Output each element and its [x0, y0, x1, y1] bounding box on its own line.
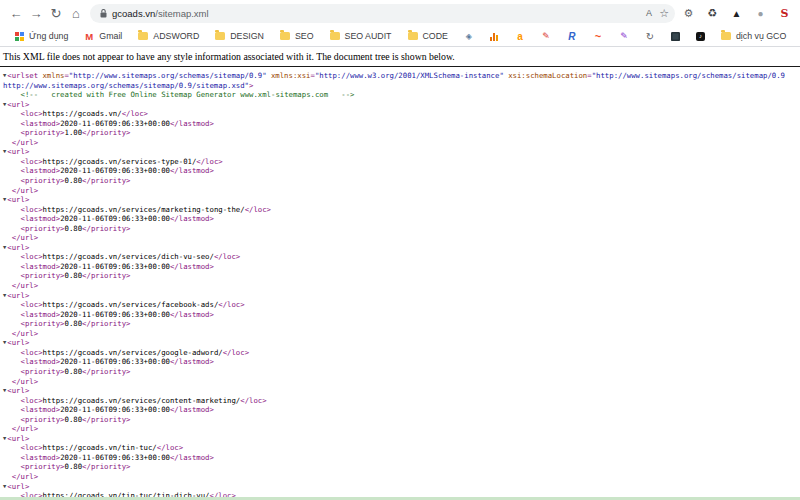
xml-priority-value: 0.80	[65, 462, 83, 471]
xml-url-close: </url>	[3, 424, 800, 434]
xml-priority-line: <priority>0.80</priority>	[3, 224, 800, 234]
collapse-arrow[interactable]: ▼	[3, 483, 6, 489]
xml-loc-line: <loc>https://gcoads.vn/tin-tuc/</loc>	[3, 443, 800, 453]
xml-priority-value: 0.80	[65, 415, 83, 424]
bookmark-tiktok[interactable]: ♪	[689, 30, 712, 43]
xml-loc-value: https://gcoads.vn/services/content-marke…	[43, 396, 241, 405]
bookmark-swoosh[interactable]: ~	[586, 29, 610, 43]
folder-icon	[138, 32, 148, 40]
home-button[interactable]: ⌂	[66, 3, 86, 23]
collapse-arrow[interactable]: ▼	[3, 196, 6, 202]
xml-lastmod-line: <lastmod>2020-11-06T09:06:33+00:00</last…	[3, 357, 800, 367]
forward-button[interactable]: →	[26, 3, 46, 23]
bookmark-amazon[interactable]: a	[508, 29, 532, 43]
pen-red-icon: ✎	[541, 31, 551, 41]
reload-button[interactable]: ↻	[46, 3, 66, 23]
xml-lastmod-line: <lastmod>2020-11-06T09:06:33+00:00</last…	[3, 166, 800, 176]
xml-priority-line: <priority>0.80</priority>	[3, 271, 800, 281]
url-path: /sitemap.xml	[155, 8, 208, 19]
xml-url-close: </url>	[3, 186, 800, 196]
xml-lastmod-value: 2020-11-06T09:06:33+00:00	[60, 405, 170, 414]
bookmark-gco[interactable]: GCO	[795, 29, 800, 43]
folder-icon	[215, 32, 225, 40]
translate-icon[interactable]: A	[646, 8, 652, 18]
xml-comment-text: <!-- created with Free Online Sitemap Ge…	[21, 90, 355, 99]
bookmark-pen-purple[interactable]: ✎	[612, 29, 636, 43]
bookmark-gmail[interactable]: MGmail	[77, 29, 129, 43]
collapse-arrow[interactable]: ▼	[3, 72, 6, 78]
collapse-arrow[interactable]: ▼	[3, 148, 6, 154]
s-red-icon[interactable]: S	[777, 6, 792, 21]
collapse-arrow[interactable]: ▼	[3, 387, 6, 393]
drive-icon: ◈	[464, 31, 474, 41]
xml-url-open: ▼<url>	[3, 482, 800, 492]
alert-icon[interactable]: ▲	[729, 6, 744, 21]
xml-lastmod-line: <lastmod>2020-11-06T09:06:33+00:00</last…	[3, 405, 800, 415]
collapse-arrow[interactable]: ▼	[3, 292, 6, 298]
bookmark-ứng-dụng[interactable]: Ứng dụng	[8, 29, 75, 43]
lock-icon[interactable]	[100, 9, 107, 18]
bookmark-dịch-vụ-gco[interactable]: dịch vụ GCO	[714, 29, 793, 43]
bookmark-drive[interactable]: ◈	[457, 29, 481, 43]
xml-url-open: ▼<url>	[3, 386, 800, 396]
bookmark-analytics[interactable]	[483, 30, 506, 43]
bookmark-notebook[interactable]	[664, 30, 687, 43]
xml-url-open: ▼<url>	[3, 338, 800, 348]
bookmark-r-logo[interactable]: R	[560, 29, 584, 43]
xml-lastmod-line: <lastmod>2020-11-06T09:06:33+00:00</last…	[3, 214, 800, 224]
recycle-icon[interactable]: ♻	[705, 6, 720, 21]
extensions-row: ⚙♻▲●S↗||	[681, 6, 800, 21]
gmail-icon: M	[84, 31, 94, 41]
xml-url-open: ▼<url>	[3, 100, 800, 110]
xml-priority-line: <priority>0.80</priority>	[3, 319, 800, 329]
xml-lastmod-line: <lastmod>2020-11-06T09:06:33+00:00</last…	[3, 119, 800, 129]
xml-lastmod-value: 2020-11-06T09:06:33+00:00	[60, 214, 170, 223]
back-button[interactable]: ←	[6, 3, 26, 23]
xml-priority-line: <priority>1.00</priority>	[3, 128, 800, 138]
bookmark-pen-red[interactable]: ✎	[534, 29, 558, 43]
bookmark-seo-audit[interactable]: SEO AUDIT	[323, 29, 399, 43]
gear-icon[interactable]: ⚙	[681, 6, 696, 21]
collapse-arrow[interactable]: ▼	[3, 339, 6, 345]
xml-attr-name: xmlns:xsi	[267, 71, 311, 80]
xml-url-close: </url>	[3, 329, 800, 339]
bookmark-label: Gmail	[99, 31, 122, 41]
folder-icon	[330, 32, 340, 40]
tiktok-icon: ♪	[696, 32, 705, 41]
xml-comment: <!-- created with Free Online Sitemap Ge…	[3, 90, 800, 100]
circle-icon[interactable]: ●	[753, 6, 768, 21]
bookmark-design[interactable]: DESIGN	[208, 29, 271, 43]
bookmark-code[interactable]: CODE	[401, 29, 455, 43]
address-bar[interactable]: gcoads.vn/sitemap.xml A ☆	[90, 4, 675, 23]
xml-url-close: </url>	[3, 377, 800, 387]
bookmark-label: dịch vụ GCO	[736, 31, 786, 41]
xml-url-close: </url>	[3, 281, 800, 291]
bookmark-adsword[interactable]: ADSWORD	[131, 29, 206, 43]
collapse-arrow[interactable]: ▼	[3, 101, 6, 107]
xml-loc-line: <loc>https://gcoads.vn/</loc>	[3, 109, 800, 119]
xml-lastmod-value: 2020-11-06T09:06:33+00:00	[60, 453, 170, 462]
browser-toolbar: ← → ↻ ⌂ gcoads.vn/sitemap.xml A ☆ ⚙♻▲●S↗…	[0, 0, 800, 26]
xml-loc-value: https://gcoads.vn/services/marketing-ton…	[43, 205, 245, 214]
xml-priority-value: 1.00	[65, 128, 83, 137]
xml-priority-value: 0.80	[65, 367, 83, 376]
r-logo-icon: R	[567, 31, 577, 41]
folder-icon	[280, 32, 290, 40]
bookmark-circle-arrow[interactable]: ↻	[638, 29, 662, 43]
xml-priority-value: 0.80	[65, 319, 83, 328]
bookmark-seo[interactable]: SEO	[273, 29, 321, 43]
collapse-arrow[interactable]: ▼	[3, 435, 6, 441]
bookmark-star-icon[interactable]: ☆	[659, 7, 669, 20]
xml-url-open: ▼<url>	[3, 195, 800, 205]
bookmarks-bar: Ứng dụngMGmailADSWORDDESIGNSEOSEO AUDITC…	[0, 26, 800, 47]
bookmark-label: CODE	[423, 31, 448, 41]
bookmark-label: DESIGN	[230, 31, 264, 41]
browser-window: ← → ↻ ⌂ gcoads.vn/sitemap.xml A ☆ ⚙♻▲●S↗…	[0, 0, 800, 500]
xml-loc-value: https://gcoads.vn/	[43, 109, 122, 118]
xml-loc-line: <loc>https://gcoads.vn/services/facebook…	[3, 300, 800, 310]
bookmark-label: Ứng dụng	[29, 31, 68, 41]
collapse-arrow[interactable]: ▼	[3, 244, 6, 250]
xml-attr-value: "http://www.sitemaps.org/schemas/sitemap…	[69, 71, 267, 80]
xml-url-close: </url>	[3, 233, 800, 243]
xml-url-open: ▼<url>	[3, 147, 800, 157]
